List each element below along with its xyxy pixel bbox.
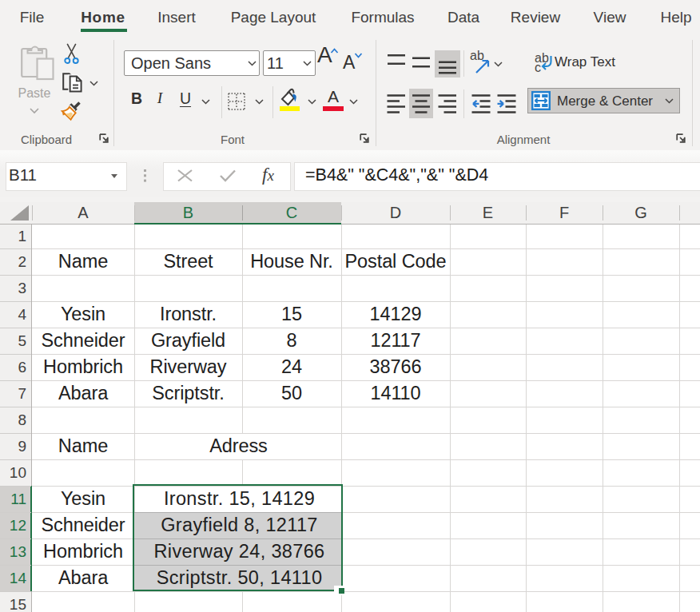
svg-text:c: c bbox=[535, 61, 541, 74]
